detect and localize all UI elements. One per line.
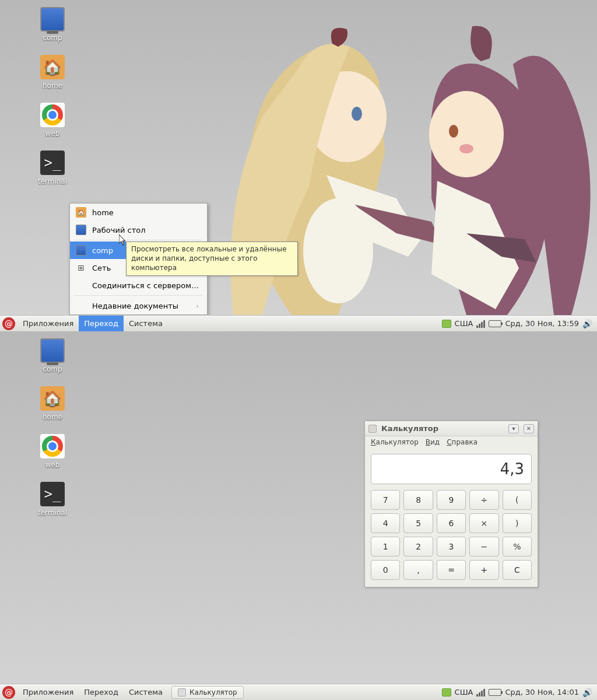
calc-btn-rparen[interactable]: ) (503, 513, 532, 533)
desktop-icon-web[interactable]: web (29, 434, 76, 469)
svg-point-4 (449, 125, 458, 138)
svg-point-0 (307, 71, 387, 162)
menu-label: home (92, 208, 114, 217)
window-titlebar[interactable]: Калькулятор ▾ ✕ (365, 421, 538, 436)
signal-bars-icon[interactable] (476, 320, 485, 328)
menu-label: comp (92, 246, 113, 255)
keyboard-layout[interactable]: США (455, 319, 473, 328)
icon-label: web (45, 130, 60, 138)
blank-icon (76, 280, 86, 290)
icon-label: terminal (38, 509, 67, 517)
panel-menu-system[interactable]: Система (124, 684, 168, 700)
icon-label: terminal (38, 177, 67, 186)
calc-btn-3[interactable]: 3 (437, 537, 466, 556)
volume-icon[interactable]: 🔊 (582, 688, 592, 697)
battery-icon[interactable] (489, 320, 501, 327)
calc-btn-4[interactable]: 4 (371, 513, 400, 533)
calculator-menubar: Калькулятор Вид Справка (365, 436, 538, 448)
desktop-icon-comp[interactable]: comp (29, 7, 76, 42)
calculator-display[interactable]: 4,3 (371, 454, 532, 484)
calc-btn-6[interactable]: 6 (437, 513, 466, 533)
calc-btn-2[interactable]: 2 (403, 537, 433, 556)
icon-label: home (43, 82, 62, 90)
panel-menu-applications[interactable]: Приложения (17, 316, 79, 331)
network-tray-icon[interactable] (442, 688, 451, 696)
panel-menu-system[interactable]: Система (124, 316, 168, 331)
calc-btn-multiply[interactable]: × (469, 513, 498, 533)
keyboard-layout[interactable]: США (455, 688, 473, 696)
calculator-keypad: 7 8 9 ÷ ( 4 5 6 × ) 1 2 3 − % 0 , = + C (365, 490, 538, 587)
desktop-icon-home[interactable]: 🏠home (29, 55, 76, 90)
menu-help[interactable]: Справка (447, 438, 477, 446)
desktop-icon-terminal[interactable]: >_terminal (29, 150, 76, 186)
menu-text: ид (430, 438, 440, 446)
menu-label: Сеть (92, 264, 111, 272)
network-tray-icon[interactable] (442, 320, 451, 328)
menu-label: Переход (84, 688, 118, 696)
calc-btn-5[interactable]: 5 (403, 513, 433, 533)
panel-menu-applications[interactable]: Приложения (17, 684, 79, 700)
debian-menu-icon[interactable]: @ (2, 317, 15, 330)
network-icon: ⊞ (76, 262, 86, 273)
icon-label: web (45, 461, 60, 469)
chrome-icon (40, 434, 65, 459)
chrome-icon (40, 103, 65, 127)
desktop-screenshot-2: comp 🏠home web >_terminal Калькулятор ▾ … (0, 331, 597, 700)
panel-menu-places[interactable]: Переход (79, 316, 124, 331)
taskbar-button-calculator[interactable]: Калькулятор (171, 686, 244, 699)
minimize-button[interactable]: ▾ (508, 424, 519, 433)
calc-btn-9[interactable]: 9 (437, 490, 466, 510)
menu-item-connect-server[interactable]: Соединиться с сервером… (70, 276, 207, 294)
desktop-icon-comp[interactable]: comp (29, 338, 76, 373)
system-tray: США Срд, 30 Ноя, 14:01 🔊 (442, 688, 597, 697)
menu-calculator[interactable]: Калькулятор (371, 438, 419, 446)
icon-label: comp (43, 365, 62, 373)
menu-item-home[interactable]: 🏠home (70, 204, 207, 221)
debian-menu-icon[interactable]: @ (2, 686, 15, 699)
svg-point-3 (429, 91, 504, 177)
signal-bars-icon[interactable] (476, 688, 485, 696)
desktop-icon-terminal[interactable]: >_terminal (29, 482, 76, 517)
calc-btn-comma[interactable]: , (403, 560, 433, 580)
menu-view[interactable]: Вид (426, 438, 440, 446)
calc-btn-divide[interactable]: ÷ (469, 490, 498, 510)
icon-label: home (43, 413, 62, 421)
bottom-panel: @ Приложения Переход Система Калькулятор… (0, 684, 597, 700)
taskbar-label: Калькулятор (189, 688, 237, 696)
terminal-icon: >_ (40, 150, 65, 175)
calc-btn-percent[interactable]: % (503, 537, 532, 556)
battery-icon[interactable] (489, 689, 501, 696)
menu-item-recent-docs[interactable]: Недавние документы› (70, 297, 207, 314)
folder-icon: 🏠 (76, 207, 86, 218)
menu-label: Система (129, 319, 163, 328)
blank-icon (76, 300, 86, 311)
clock[interactable]: Срд, 30 Ноя, 14:01 (505, 688, 579, 696)
folder-icon: 🏠 (40, 386, 65, 411)
calc-btn-1[interactable]: 1 (371, 537, 400, 556)
desktop-screenshot-1: comp 🏠home web >_terminal 🏠home Рабочий … (0, 0, 597, 331)
close-button[interactable]: ✕ (524, 424, 534, 433)
calc-btn-7[interactable]: 7 (371, 490, 400, 510)
calc-btn-8[interactable]: 8 (403, 490, 433, 510)
menu-label: Соединиться с сервером… (92, 281, 199, 290)
monitor-icon (40, 7, 65, 32)
calc-btn-0[interactable]: 0 (371, 560, 400, 580)
calc-btn-plus[interactable]: + (469, 560, 498, 580)
monitor-icon (40, 338, 65, 363)
panel-menu-places[interactable]: Переход (79, 684, 124, 700)
calc-btn-lparen[interactable]: ( (503, 490, 532, 510)
chevron-right-icon: › (196, 302, 199, 310)
volume-icon[interactable]: 🔊 (582, 319, 592, 328)
svg-point-1 (352, 107, 362, 121)
calc-btn-clear[interactable]: C (503, 560, 532, 580)
menu-item-desktop[interactable]: Рабочий стол (70, 221, 207, 239)
menu-label: Переход (84, 319, 118, 328)
clock[interactable]: Срд, 30 Ноя, 13:59 (505, 319, 579, 328)
monitor-icon (76, 225, 86, 235)
calc-btn-minus[interactable]: − (469, 537, 498, 556)
system-tray: США Срд, 30 Ноя, 13:59 🔊 (442, 319, 597, 328)
desktop-icon-web[interactable]: web (29, 103, 76, 138)
desktop-icon-home[interactable]: 🏠home (29, 386, 76, 421)
calc-btn-equals[interactable]: = (437, 560, 466, 580)
menu-label: Система (129, 688, 163, 696)
